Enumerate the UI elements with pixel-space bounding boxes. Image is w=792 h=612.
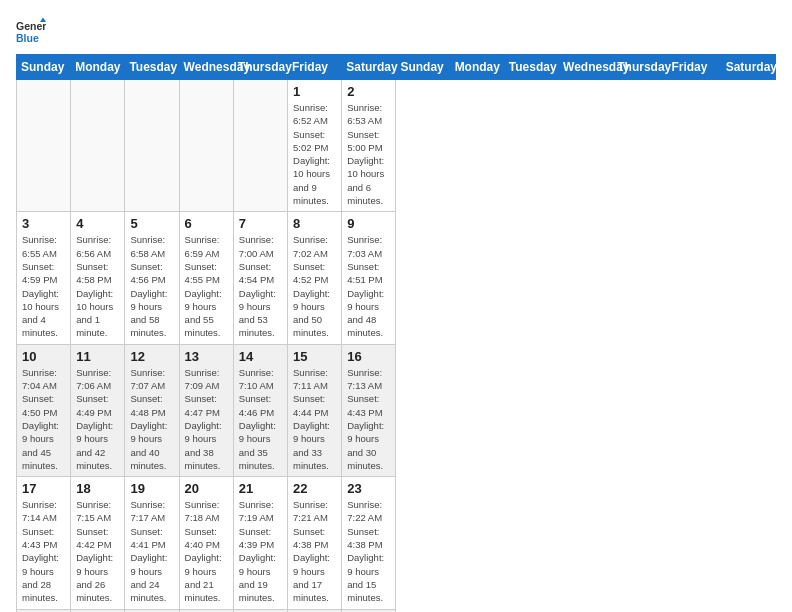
day-info: Sunrise: 6:56 AM Sunset: 4:58 PM Dayligh… [76,233,119,339]
day-info: Sunrise: 7:17 AM Sunset: 4:41 PM Dayligh… [130,498,173,604]
calendar-cell [71,80,125,212]
day-info: Sunrise: 7:00 AM Sunset: 4:54 PM Dayligh… [239,233,282,339]
day-number: 3 [22,216,65,231]
calendar-cell: 14Sunrise: 7:10 AM Sunset: 4:46 PM Dayli… [233,344,287,476]
day-number: 20 [185,481,228,496]
calendar-cell: 15Sunrise: 7:11 AM Sunset: 4:44 PM Dayli… [288,344,342,476]
day-header-thursday: Thursday [233,55,287,80]
day-info: Sunrise: 7:15 AM Sunset: 4:42 PM Dayligh… [76,498,119,604]
day-number: 19 [130,481,173,496]
day-info: Sunrise: 6:53 AM Sunset: 5:00 PM Dayligh… [347,101,390,207]
day-info: Sunrise: 6:58 AM Sunset: 4:56 PM Dayligh… [130,233,173,339]
day-number: 17 [22,481,65,496]
day-info: Sunrise: 7:06 AM Sunset: 4:49 PM Dayligh… [76,366,119,472]
calendar-cell: 6Sunrise: 6:59 AM Sunset: 4:55 PM Daylig… [179,212,233,344]
calendar-header: SundayMondayTuesdayWednesdayThursdayFrid… [17,55,776,80]
day-info: Sunrise: 6:59 AM Sunset: 4:55 PM Dayligh… [185,233,228,339]
calendar-week-4: 17Sunrise: 7:14 AM Sunset: 4:43 PM Dayli… [17,477,776,609]
day-info: Sunrise: 7:18 AM Sunset: 4:40 PM Dayligh… [185,498,228,604]
day-number: 2 [347,84,390,99]
calendar-cell: 5Sunrise: 6:58 AM Sunset: 4:56 PM Daylig… [125,212,179,344]
col-header-thursday: Thursday [613,55,667,80]
day-info: Sunrise: 7:02 AM Sunset: 4:52 PM Dayligh… [293,233,336,339]
calendar-cell [17,80,71,212]
calendar-cell [179,80,233,212]
svg-text:Blue: Blue [16,32,39,44]
day-number: 10 [22,349,65,364]
day-number: 23 [347,481,390,496]
day-number: 14 [239,349,282,364]
day-number: 5 [130,216,173,231]
day-number: 22 [293,481,336,496]
calendar-cell [233,80,287,212]
logo-icon: General Blue [16,16,46,46]
day-info: Sunrise: 7:22 AM Sunset: 4:38 PM Dayligh… [347,498,390,604]
col-header-monday: Monday [450,55,504,80]
day-header-monday: Monday [71,55,125,80]
day-header-tuesday: Tuesday [125,55,179,80]
logo: General Blue [16,16,46,46]
day-info: Sunrise: 7:21 AM Sunset: 4:38 PM Dayligh… [293,498,336,604]
day-info: Sunrise: 7:19 AM Sunset: 4:39 PM Dayligh… [239,498,282,604]
calendar-cell: 23Sunrise: 7:22 AM Sunset: 4:38 PM Dayli… [342,477,396,609]
calendar-cell: 12Sunrise: 7:07 AM Sunset: 4:48 PM Dayli… [125,344,179,476]
day-number: 1 [293,84,336,99]
calendar-cell: 18Sunrise: 7:15 AM Sunset: 4:42 PM Dayli… [71,477,125,609]
calendar-cell: 20Sunrise: 7:18 AM Sunset: 4:40 PM Dayli… [179,477,233,609]
day-number: 8 [293,216,336,231]
col-header-friday: Friday [667,55,721,80]
calendar-cell: 8Sunrise: 7:02 AM Sunset: 4:52 PM Daylig… [288,212,342,344]
col-header-wednesday: Wednesday [559,55,613,80]
day-info: Sunrise: 7:03 AM Sunset: 4:51 PM Dayligh… [347,233,390,339]
calendar-cell: 13Sunrise: 7:09 AM Sunset: 4:47 PM Dayli… [179,344,233,476]
calendar-cell: 11Sunrise: 7:06 AM Sunset: 4:49 PM Dayli… [71,344,125,476]
calendar-cell: 16Sunrise: 7:13 AM Sunset: 4:43 PM Dayli… [342,344,396,476]
day-info: Sunrise: 6:52 AM Sunset: 5:02 PM Dayligh… [293,101,336,207]
day-header-saturday: Saturday [342,55,396,80]
col-header-saturday: Saturday [721,55,775,80]
calendar-body: 1Sunrise: 6:52 AM Sunset: 5:02 PM Daylig… [17,80,776,613]
day-number: 12 [130,349,173,364]
calendar-cell: 1Sunrise: 6:52 AM Sunset: 5:02 PM Daylig… [288,80,342,212]
calendar-cell: 9Sunrise: 7:03 AM Sunset: 4:51 PM Daylig… [342,212,396,344]
col-header-tuesday: Tuesday [504,55,558,80]
day-info: Sunrise: 7:11 AM Sunset: 4:44 PM Dayligh… [293,366,336,472]
day-number: 13 [185,349,228,364]
day-info: Sunrise: 6:55 AM Sunset: 4:59 PM Dayligh… [22,233,65,339]
calendar-week-1: 1Sunrise: 6:52 AM Sunset: 5:02 PM Daylig… [17,80,776,212]
calendar-cell: 22Sunrise: 7:21 AM Sunset: 4:38 PM Dayli… [288,477,342,609]
day-number: 21 [239,481,282,496]
day-info: Sunrise: 7:04 AM Sunset: 4:50 PM Dayligh… [22,366,65,472]
calendar-cell: 10Sunrise: 7:04 AM Sunset: 4:50 PM Dayli… [17,344,71,476]
calendar-cell: 4Sunrise: 6:56 AM Sunset: 4:58 PM Daylig… [71,212,125,344]
page-header: General Blue [16,16,776,46]
day-number: 7 [239,216,282,231]
header-row: SundayMondayTuesdayWednesdayThursdayFrid… [17,55,776,80]
day-header-friday: Friday [288,55,342,80]
calendar-cell: 17Sunrise: 7:14 AM Sunset: 4:43 PM Dayli… [17,477,71,609]
day-number: 15 [293,349,336,364]
day-number: 18 [76,481,119,496]
calendar-week-2: 3Sunrise: 6:55 AM Sunset: 4:59 PM Daylig… [17,212,776,344]
day-header-wednesday: Wednesday [179,55,233,80]
calendar-table: SundayMondayTuesdayWednesdayThursdayFrid… [16,54,776,612]
day-info: Sunrise: 7:07 AM Sunset: 4:48 PM Dayligh… [130,366,173,472]
calendar-cell: 19Sunrise: 7:17 AM Sunset: 4:41 PM Dayli… [125,477,179,609]
calendar-cell: 21Sunrise: 7:19 AM Sunset: 4:39 PM Dayli… [233,477,287,609]
day-info: Sunrise: 7:09 AM Sunset: 4:47 PM Dayligh… [185,366,228,472]
day-info: Sunrise: 7:10 AM Sunset: 4:46 PM Dayligh… [239,366,282,472]
calendar-cell: 2Sunrise: 6:53 AM Sunset: 5:00 PM Daylig… [342,80,396,212]
day-header-sunday: Sunday [17,55,71,80]
day-info: Sunrise: 7:14 AM Sunset: 4:43 PM Dayligh… [22,498,65,604]
col-header-sunday: Sunday [396,55,450,80]
day-number: 4 [76,216,119,231]
calendar-cell: 3Sunrise: 6:55 AM Sunset: 4:59 PM Daylig… [17,212,71,344]
day-number: 16 [347,349,390,364]
calendar-cell: 7Sunrise: 7:00 AM Sunset: 4:54 PM Daylig… [233,212,287,344]
day-info: Sunrise: 7:13 AM Sunset: 4:43 PM Dayligh… [347,366,390,472]
day-number: 11 [76,349,119,364]
calendar-cell [125,80,179,212]
day-number: 6 [185,216,228,231]
calendar-week-3: 10Sunrise: 7:04 AM Sunset: 4:50 PM Dayli… [17,344,776,476]
day-number: 9 [347,216,390,231]
